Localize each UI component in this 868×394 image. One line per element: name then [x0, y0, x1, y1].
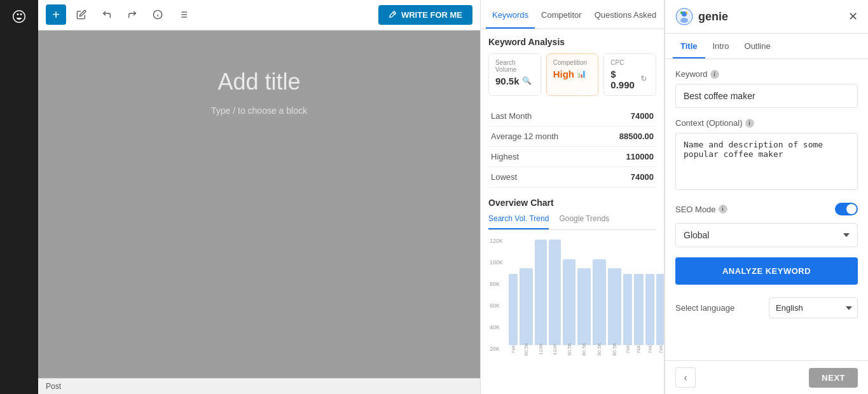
language-row: Select language English Spanish French G…	[675, 297, 858, 318]
competition-value: High 📊	[553, 69, 592, 79]
search-volume-value: 90.5k 🔍	[495, 76, 534, 86]
title-field[interactable]: Add title	[217, 69, 300, 95]
genie-footer: ‹ NEXT	[665, 360, 868, 394]
genie-tab-intro[interactable]: Intro	[705, 34, 737, 58]
editor-document[interactable]: Add title Type / to choose a block	[38, 31, 480, 378]
bar	[656, 274, 664, 345]
bar	[634, 274, 643, 345]
wp-logo-icon[interactable]	[8, 5, 31, 28]
info-button[interactable]	[148, 4, 168, 25]
add-block-button[interactable]: +	[46, 4, 66, 25]
seo-mode-info-icon[interactable]: i	[719, 205, 727, 214]
bar	[577, 268, 591, 345]
seo-mode-row: SEO Mode i	[675, 203, 858, 215]
context-textarea[interactable]: Name and description of some popular cof…	[675, 133, 858, 190]
toggle-knob	[846, 204, 857, 214]
editor-area: + WRITE FOR ME Add title Type / to choos…	[38, 0, 480, 394]
context-field-label: Context (Optional) i	[675, 118, 858, 128]
redo-button[interactable]	[122, 4, 142, 25]
bar-item: 80.5K	[520, 238, 533, 352]
bar-item: 110K	[549, 238, 561, 352]
context-info-icon[interactable]: i	[745, 119, 754, 128]
genie-logo-icon	[675, 8, 693, 25]
search-icon: 🔍	[522, 76, 532, 86]
genie-content: Keyword i Context (Optional) i Name and …	[665, 59, 868, 360]
svg-point-13	[680, 11, 683, 14]
genie-logo: genie	[675, 8, 728, 25]
edit-button[interactable]	[71, 4, 92, 25]
bar-label: 110K	[552, 343, 558, 355]
stats-table: Last Month 74000 Average 12 month 88500.…	[488, 106, 656, 187]
keyword-info-icon[interactable]: i	[710, 70, 719, 79]
chart-tabs: Search Vol. Trend Google Trends	[488, 214, 656, 230]
block-placeholder[interactable]: Type / to choose a block	[211, 105, 307, 116]
tab-competitor[interactable]: Competitor	[535, 0, 588, 29]
keywords-tabs: Keywords Competitor Questions Asked	[481, 0, 664, 29]
tab-keywords[interactable]: Keywords	[486, 0, 535, 29]
genie-close-button[interactable]: ✕	[848, 10, 858, 24]
bar-item: 74K	[623, 238, 632, 352]
seo-mode-label: SEO Mode i	[675, 205, 727, 214]
bar-label: 80.5K	[581, 343, 587, 356]
stats-row-highest: Highest 110000	[488, 147, 656, 167]
keywords-content: Keyword Analysis Search Volume 90.5k 🔍 C…	[481, 29, 664, 394]
bar-label: 74K	[658, 344, 663, 353]
bar-item: 74K	[509, 238, 518, 352]
bar-label: 110K	[538, 343, 544, 355]
analyze-keyword-button[interactable]: ANALYZE KEYWORD	[675, 257, 858, 285]
bar-item: 80.5K	[608, 238, 621, 352]
bar-label: 90.5K	[566, 343, 572, 356]
chart-y-labels: 120K 100K 80K 60K 40K 20K	[488, 238, 504, 352]
keyword-field-label: Keyword i	[675, 69, 858, 79]
bar-label: 80.5K	[523, 343, 529, 356]
search-volume-card: Search Volume 90.5k 🔍	[488, 53, 541, 96]
cpc-card: CPC $ 0.990 ↻	[603, 53, 656, 96]
genie-tab-title[interactable]: Title	[673, 34, 705, 58]
list-view-button[interactable]	[173, 4, 193, 25]
svg-point-12	[680, 18, 688, 23]
tab-questions-asked[interactable]: Questions Asked	[588, 0, 663, 29]
next-button[interactable]: NEXT	[809, 368, 858, 388]
bar-label: 74K	[636, 344, 642, 353]
cpc-label: CPC	[610, 59, 649, 66]
wp-sidebar	[0, 0, 38, 394]
bar-label: 90.5K	[596, 343, 602, 356]
keywords-panel: Keywords Competitor Questions Asked Keyw…	[480, 0, 665, 394]
bar-chart-icon: 📊	[577, 69, 587, 79]
undo-button[interactable]	[97, 4, 117, 25]
bar-item: 90.5K	[593, 238, 606, 352]
bar-label: 80.5K	[612, 343, 617, 356]
bar-chart: 120K 100K 80K 60K 40K 20K 74K80.5K110K11…	[488, 238, 656, 352]
bar	[509, 274, 518, 345]
back-button[interactable]: ‹	[675, 367, 696, 388]
post-label: Post	[38, 378, 480, 394]
keyword-input[interactable]	[675, 84, 858, 108]
bar	[549, 240, 561, 345]
bar-item: 110K	[535, 238, 547, 352]
language-label: Select language	[675, 303, 734, 313]
svg-point-14	[686, 12, 688, 14]
refresh-icon: ↻	[640, 74, 649, 85]
bars-container: 74K80.5K110K110K90.5K80.5K90.5K80.5K74K7…	[509, 238, 664, 352]
keyword-analysis-title: Keyword Analysis	[488, 37, 656, 47]
bar-label: 74K	[511, 344, 516, 353]
bar	[623, 274, 632, 345]
global-select[interactable]: Global Local National	[675, 223, 858, 247]
write-for-me-button[interactable]: WRITE FOR ME	[378, 5, 472, 25]
genie-tab-outline[interactable]: Outline	[737, 34, 778, 58]
bar	[535, 240, 547, 345]
language-select[interactable]: English Spanish French German	[769, 297, 858, 318]
seo-mode-toggle[interactable]	[835, 203, 858, 215]
bar-item: 74K	[634, 238, 643, 352]
competition-card: Competition High 📊	[546, 53, 599, 96]
chart-tab-search-vol[interactable]: Search Vol. Trend	[488, 214, 549, 229]
stats-row-lowest: Lowest 74000	[488, 167, 656, 187]
chart-tab-google-trends[interactable]: Google Trends	[559, 214, 609, 229]
genie-tabs: Title Intro Outline	[665, 34, 868, 59]
bar	[593, 259, 606, 345]
genie-header: genie ✕	[665, 0, 868, 34]
overview-chart: 120K 100K 80K 60K 40K 20K 74K80.5K110K11…	[488, 238, 656, 365]
competition-label: Competition	[553, 59, 592, 66]
overview-chart-title: Overview Chart	[488, 198, 656, 208]
stats-row-last-month: Last Month 74000	[488, 106, 656, 126]
